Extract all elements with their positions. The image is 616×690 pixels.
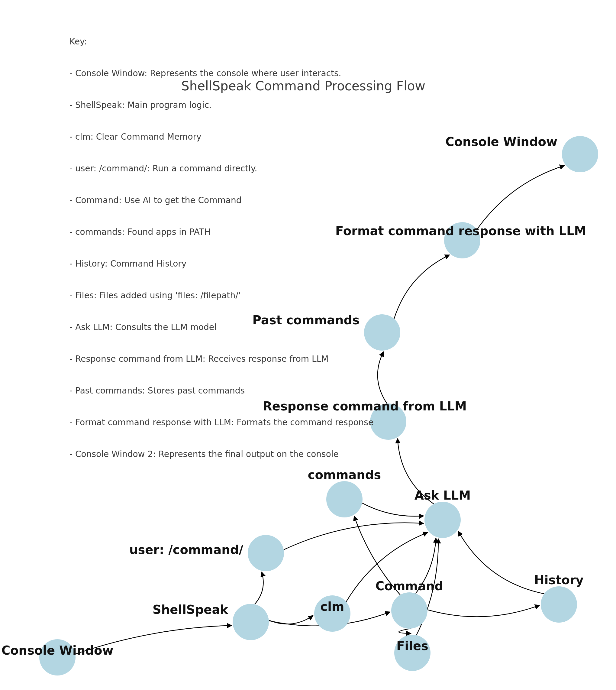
node-label-history: History	[534, 573, 584, 587]
legend-line: - ShellSpeak: Main program logic.	[69, 100, 373, 110]
node-shellspeak	[233, 604, 269, 640]
legend-line: - Format command response with LLM: Form…	[69, 417, 373, 428]
node-history	[541, 586, 577, 623]
legend-line: - Command: Use AI to get the Command	[69, 195, 373, 206]
legend-line: - Console Window: Represents the console…	[69, 68, 373, 79]
node-label-files: Files	[396, 639, 428, 653]
legend-key: Key: - Console Window: Represents the co…	[69, 15, 373, 480]
legend-line: - user: /command/: Run a command directl…	[69, 163, 373, 174]
edge-command-to-history	[427, 605, 540, 617]
node-label-console_window_2: Console Window	[445, 135, 557, 149]
node-user_command	[248, 535, 284, 571]
node-label-user_command: user: /command/	[129, 543, 243, 557]
edge-format_with_llm-to-console_window_2	[477, 166, 564, 230]
legend-line: - commands: Found apps in PATH	[69, 227, 373, 237]
edge-user_command-to-ask_llm	[284, 523, 423, 550]
edge-command-to-files	[399, 629, 411, 633]
node-ask_llm	[424, 502, 461, 538]
legend-line: - Past commands: Stores past commands	[69, 385, 373, 396]
edge-shellspeak-to-user_command	[255, 572, 263, 604]
legend-line: - Files: Files added using 'files: /file…	[69, 290, 373, 301]
edge-response_llm-to-past_commands	[378, 352, 387, 404]
edge-history-to-ask_llm	[458, 531, 544, 594]
edge-past_commands-to-format_with_llm	[394, 255, 449, 319]
edge-commands-to-ask_llm	[362, 503, 424, 516]
node-command	[391, 592, 427, 629]
node-console_window_2	[562, 136, 598, 172]
node-label-ask_llm: Ask LLM	[415, 489, 471, 502]
edge-shellspeak-to-clm	[269, 616, 313, 624]
diagram-stage: ShellSpeak Command Processing Flow Key: …	[0, 0, 616, 690]
legend-heading: Key:	[69, 36, 373, 47]
legend-line: - History: Command History	[69, 258, 373, 269]
node-label-console_window_1: Console Window	[1, 644, 114, 657]
legend-line: - Ask LLM: Consults the LLM model	[69, 322, 373, 332]
legend-line: - Console Window 2: Represents the final…	[69, 449, 373, 459]
legend-line: - Response command from LLM: Receives re…	[69, 353, 373, 364]
node-label-clm: clm	[320, 600, 344, 613]
legend-line: - clm: Clear Command Memory	[69, 131, 373, 142]
node-label-shellspeak: ShellSpeak	[153, 603, 228, 617]
node-label-command: Command	[375, 579, 443, 593]
node-commands	[326, 481, 362, 517]
